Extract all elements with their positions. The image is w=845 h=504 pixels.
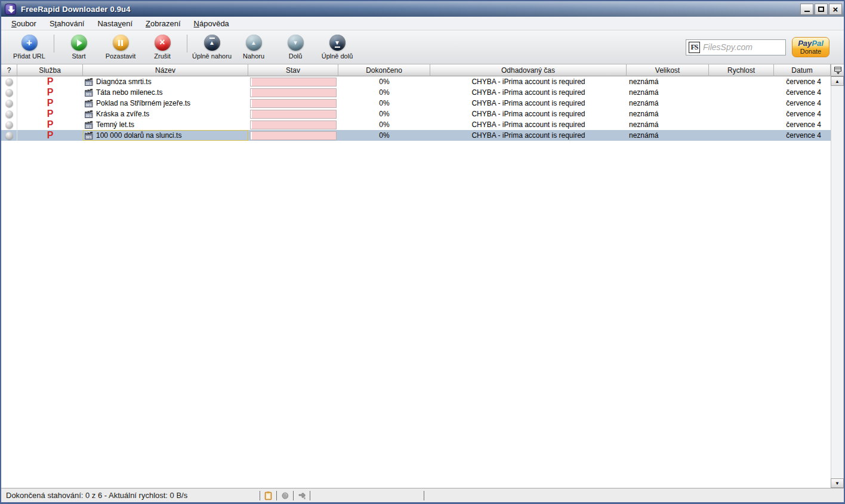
maximize-button[interactable] [815, 4, 828, 15]
video-file-icon: 321 [85, 88, 93, 97]
move-bottom-button[interactable]: ▼Úplně dolů [316, 32, 358, 63]
move-top-button[interactable]: ▲Úplně nahoru [191, 32, 233, 63]
column-selector-button[interactable] [831, 64, 844, 76]
column-header[interactable]: Datum [774, 64, 831, 76]
pause-button[interactable]: Pozastavit [100, 32, 141, 63]
filesspy-search-box[interactable]: FS [686, 39, 786, 55]
video-file-icon: 321 [85, 78, 93, 86]
scrollbar-up-button[interactable]: ▲ [831, 76, 844, 86]
column-header[interactable]: Služba [17, 64, 83, 76]
menu-item-soubor[interactable]: Soubor [5, 17, 43, 30]
speed-text [709, 130, 774, 141]
size-text: neznámá [627, 109, 709, 119]
date-text: července 4 [774, 109, 831, 119]
add-url-button[interactable]: +Přidat URL [8, 32, 50, 63]
eta-text: CHYBA - iPrima account is required [430, 98, 627, 109]
completed-percent: 0% [338, 76, 430, 87]
svg-text:321: 321 [86, 125, 92, 128]
speed-text [709, 119, 774, 130]
menu-item-zobrazeni[interactable]: Zobrazení [139, 17, 187, 30]
menu-bar: SouborStahováníNastaveníZobrazeníNápověd… [1, 17, 844, 30]
video-file-icon: 321 [85, 99, 93, 107]
table-row[interactable]: P 321 Temný let.ts 0% CHYBA - iPrima acc… [1, 119, 844, 130]
file-name-cell[interactable]: 321 Kráska a zvíře.ts [83, 109, 248, 119]
toolbar-button-label: Úplně nahoru [192, 52, 232, 60]
file-name-cell[interactable]: 321 Táta nebo milenec.ts [83, 87, 248, 98]
file-name: Diagnóza smrti.ts [96, 78, 152, 86]
toolbar-button-label: Dolů [289, 52, 303, 60]
move-down-button[interactable]: ▼Dolů [275, 32, 316, 63]
close-icon: × [833, 5, 838, 14]
size-text: neznámá [627, 76, 709, 87]
start-button[interactable]: Start [58, 32, 100, 63]
toolbar-button-label: Zrušit [154, 52, 171, 60]
download-table: ?SlužbaNázevStavDokončenoOdhadovaný časV… [1, 64, 844, 488]
file-name-cell[interactable]: 321 Temný let.ts [83, 119, 248, 130]
scrollbar-track[interactable] [831, 86, 844, 478]
clipboard-monitor-icon[interactable] [263, 491, 273, 501]
toolbar-separator [187, 35, 187, 52]
toolbar-separator [54, 35, 54, 52]
completed-percent: 0% [338, 109, 430, 119]
progress-bar [250, 78, 337, 86]
file-name-cell[interactable]: 321 Poklad na Stříbrném jezeře.ts [83, 98, 248, 109]
minimize-button[interactable] [800, 4, 813, 15]
paypal-donate-button[interactable]: PayPal Donate [792, 37, 829, 57]
column-header[interactable]: Dokončeno [338, 64, 430, 76]
app-window: FreeRapid Downloader 0.9u4 × SouborStaho… [0, 0, 845, 504]
move-up-button[interactable]: ▲Nahoru [233, 32, 275, 63]
status-text: Dokončená stahování: 0 z 6 - Aktuální ry… [6, 491, 187, 500]
quiet-mode-icon[interactable] [280, 491, 290, 501]
column-header[interactable]: Název [83, 64, 248, 76]
column-header[interactable]: Velikost [627, 64, 709, 76]
menu-item-nastaveni[interactable]: Nastavení [91, 17, 139, 30]
file-name: Táta nebo milenec.ts [96, 88, 162, 97]
file-name: Kráska a zvíře.ts [96, 110, 149, 118]
connection-icon[interactable] [297, 491, 307, 501]
file-name-cell[interactable]: 321 100 000 dolarů na slunci.ts [83, 130, 248, 141]
toolbar-button-label: Pozastavit [106, 52, 136, 60]
app-icon [5, 4, 16, 15]
close-button[interactable]: × [829, 4, 842, 15]
file-name: Temný let.ts [96, 120, 134, 129]
video-file-icon: 321 [85, 110, 93, 118]
table-row[interactable]: P 321 Táta nebo milenec.ts 0% CHYBA - iP… [1, 87, 844, 98]
table-row[interactable]: P 321 Poklad na Stříbrném jezeře.ts 0% C… [1, 98, 844, 109]
table-row[interactable]: P 321 Diagnóza smrti.ts 0% CHYBA - iPrim… [1, 76, 844, 87]
column-header[interactable]: Rychlost [709, 64, 774, 76]
progress-bar [250, 131, 337, 140]
search-input[interactable] [703, 42, 783, 52]
speed-text [709, 87, 774, 98]
completed-percent: 0% [338, 87, 430, 98]
column-header[interactable]: Stav [248, 64, 338, 76]
file-name-cell[interactable]: 321 Diagnóza smrti.ts [83, 76, 248, 87]
scrollbar-down-button[interactable]: ▼ [831, 478, 844, 488]
toolbar-button-label: Nahoru [243, 52, 264, 60]
svg-text:321: 321 [86, 103, 92, 107]
progress-bar [250, 99, 337, 108]
table-row[interactable]: P 321 100 000 dolarů na slunci.ts 0% CHY… [1, 130, 844, 141]
speed-text [709, 76, 774, 87]
service-iprima-icon: P [47, 119, 54, 130]
svg-text:321: 321 [86, 114, 92, 118]
size-text: neznámá [627, 98, 709, 109]
status-tray [260, 488, 310, 503]
speed-text [709, 109, 774, 119]
column-header[interactable]: ? [1, 64, 17, 76]
status-ball-icon [5, 132, 13, 140]
column-selector-icon [834, 66, 842, 75]
maximize-icon [818, 7, 824, 12]
cancel-icon: × [155, 35, 171, 51]
service-iprima-icon: P [47, 109, 54, 119]
move-down-icon: ▼ [288, 35, 304, 51]
eta-text: CHYBA - iPrima account is required [430, 87, 627, 98]
status-ball-icon [5, 78, 13, 86]
completed-percent: 0% [338, 98, 430, 109]
menu-item-stahovani[interactable]: Stahování [43, 17, 91, 30]
cancel-button[interactable]: ×Zrušit [141, 32, 183, 63]
video-file-icon: 321 [85, 131, 93, 140]
menu-item-napoveda[interactable]: Nápověda [187, 17, 236, 30]
column-header[interactable]: Odhadovaný čas [430, 64, 627, 76]
svg-text:321: 321 [86, 92, 92, 96]
table-row[interactable]: P 321 Kráska a zvíře.ts 0% CHYBA - iPrim… [1, 109, 844, 119]
